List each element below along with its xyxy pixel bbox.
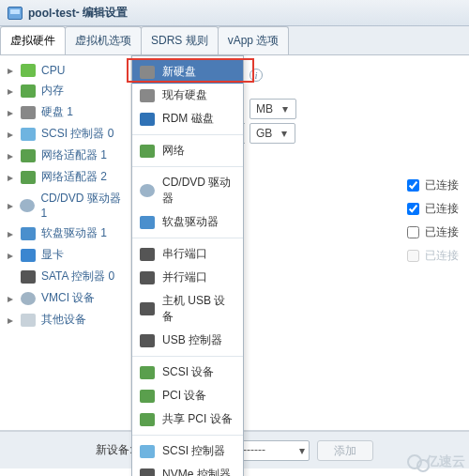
- connected-checkbox-cd[interactable]: 已连接: [407, 224, 469, 240]
- hw-memory[interactable]: ▸内存: [0, 80, 130, 101]
- new-device-label: 新设备:: [96, 442, 132, 458]
- menu-rdm-disk[interactable]: RDM 磁盘: [132, 107, 243, 131]
- usb-controller-icon: [140, 334, 155, 347]
- menu-existing-hard-disk[interactable]: 现有硬盘: [132, 84, 243, 107]
- network-icon: [140, 145, 155, 158]
- menu-shared-pci-device[interactable]: 共享 PCI 设备: [132, 407, 243, 431]
- serial-icon: [140, 248, 155, 261]
- cd-icon: [140, 184, 155, 197]
- main-area: ▸CPU ▸内存 ▸硬盘 1 ▸SCSI 控制器 0 ▸网络适配器 1 ▸网络适…: [0, 55, 469, 431]
- menu-serial-port[interactable]: 串行端口: [132, 242, 243, 266]
- hw-floppy-drive-1[interactable]: ▸软盘驱动器 1: [0, 223, 130, 244]
- menu-separator: [132, 356, 243, 357]
- device-settings-panel: i MB▾ GB▾ 已连接 已连接 已连接 已连接 新硬盘 现有硬盘 RDM 磁…: [131, 55, 469, 430]
- menu-scsi-device[interactable]: SCSI 设备: [132, 361, 243, 384]
- network-icon: [21, 171, 36, 184]
- hard-disk-icon: [140, 89, 155, 102]
- floppy-icon: [140, 216, 155, 229]
- hw-network-adapter-1[interactable]: ▸网络适配器 1: [0, 145, 130, 166]
- menu-separator: [132, 238, 243, 238]
- hw-video-card[interactable]: ▸显卡: [0, 244, 130, 266]
- hw-network-adapter-2[interactable]: ▸网络适配器 2: [0, 166, 130, 188]
- hw-other-devices[interactable]: ▸其他设备: [0, 309, 130, 330]
- menu-new-hard-disk[interactable]: 新硬盘: [132, 60, 243, 84]
- memory-icon: [21, 84, 36, 98]
- connected-checkbox-net1[interactable]: 已连接: [407, 177, 469, 193]
- cd-icon: [20, 199, 35, 212]
- watermark: 亿速云: [407, 453, 465, 470]
- chevron-down-icon: ▾: [299, 444, 305, 457]
- disk-unit-select[interactable]: GB▾: [250, 123, 295, 144]
- menu-separator: [132, 134, 243, 135]
- tab-sdrs-rules[interactable]: SDRS 规则: [141, 26, 219, 54]
- hw-vmci-device[interactable]: ▸VMCI 设备: [0, 287, 130, 309]
- network-icon: [21, 149, 36, 162]
- menu-floppy-drive[interactable]: 软盘驱动器: [132, 210, 243, 234]
- menu-pci-device[interactable]: PCI 设备: [132, 384, 243, 407]
- menu-network[interactable]: 网络: [132, 139, 243, 162]
- menu-nvme-controller[interactable]: NVMe 控制器: [132, 463, 243, 476]
- hw-hard-disk-1[interactable]: ▸硬盘 1: [0, 101, 130, 123]
- memory-unit-select[interactable]: MB▾: [250, 99, 296, 119]
- window-title-bar: pool-test - 编辑设置: [0, 0, 469, 26]
- tab-virtual-hardware[interactable]: 虚拟硬件: [0, 26, 66, 54]
- tab-bar: 虚拟硬件 虚拟机选项 SDRS 规则 vApp 选项: [0, 26, 469, 55]
- hw-scsi-controller-0[interactable]: ▸SCSI 控制器 0: [0, 123, 130, 145]
- menu-cd-dvd-drive[interactable]: CD/DVD 驱动器: [132, 171, 243, 210]
- pci-icon: [140, 390, 155, 403]
- hw-cd-dvd-drive-1[interactable]: ▸CD/DVD 驱动器 1: [0, 188, 130, 223]
- hard-disk-icon: [21, 106, 36, 119]
- watermark-icon: [407, 454, 422, 469]
- parallel-icon: [140, 271, 155, 284]
- new-device-menu: 新硬盘 现有硬盘 RDM 磁盘 网络 CD/DVD 驱动器 软盘驱动器 串行端口…: [131, 55, 244, 476]
- video-icon: [21, 249, 36, 262]
- shared-pci-icon: [140, 413, 155, 426]
- tab-vm-options[interactable]: 虚拟机选项: [65, 26, 142, 54]
- hw-cpu[interactable]: ▸CPU: [0, 61, 130, 80]
- other-icon: [21, 314, 36, 327]
- tab-vapp-options[interactable]: vApp 选项: [218, 26, 290, 54]
- chevron-down-icon: ▾: [278, 127, 291, 140]
- vm-icon: [8, 7, 23, 20]
- title-vm-name: pool-test: [28, 7, 76, 20]
- hw-sata-controller-0[interactable]: ▸SATA 控制器 0: [0, 266, 130, 287]
- title-suffix: - 编辑设置: [76, 5, 128, 21]
- vmci-icon: [21, 292, 36, 305]
- usb-icon: [140, 302, 155, 315]
- menu-host-usb-device[interactable]: 主机 USB 设备: [132, 289, 243, 329]
- menu-usb-controller[interactable]: USB 控制器: [132, 329, 243, 352]
- hard-disk-icon: [140, 66, 155, 79]
- add-button: 添加: [317, 440, 373, 461]
- rdm-icon: [140, 113, 155, 126]
- nvme-icon: [140, 468, 155, 477]
- menu-separator: [132, 435, 243, 436]
- scsi-device-icon: [140, 366, 155, 379]
- chevron-down-icon: ▾: [279, 102, 292, 115]
- connected-checkbox-net2[interactable]: 已连接: [407, 201, 469, 217]
- connected-column: 已连接 已连接 已连接 已连接: [407, 177, 469, 264]
- hardware-list: ▸CPU ▸内存 ▸硬盘 1 ▸SCSI 控制器 0 ▸网络适配器 1 ▸网络适…: [0, 55, 131, 430]
- scsi-icon: [140, 445, 155, 458]
- floppy-icon: [21, 227, 36, 240]
- menu-scsi-controller[interactable]: SCSI 控制器: [132, 439, 243, 463]
- sata-icon: [21, 270, 36, 284]
- connected-checkbox-floppy: 已连接: [407, 248, 469, 264]
- cpu-icon: [21, 64, 36, 77]
- info-icon[interactable]: i: [250, 69, 263, 82]
- menu-separator: [132, 166, 243, 167]
- menu-parallel-port[interactable]: 并行端口: [132, 266, 243, 289]
- scsi-icon: [21, 128, 36, 141]
